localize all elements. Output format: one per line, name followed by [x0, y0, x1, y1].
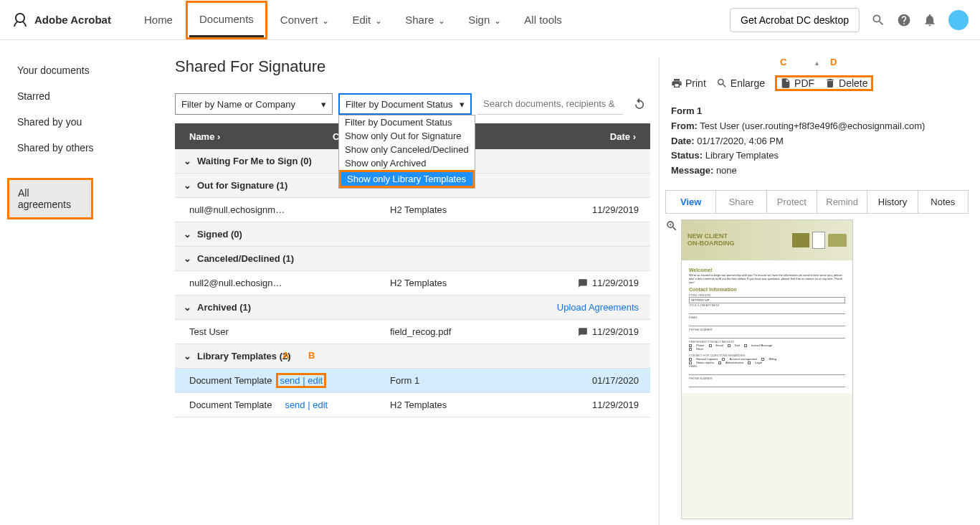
section-archived[interactable]: ⌄Archived (1)Upload Agreements	[175, 295, 650, 320]
sidebar-your-documents[interactable]: Your documents	[0, 57, 158, 83]
edit-link[interactable]: edit	[313, 399, 328, 410]
tab-history[interactable]: History	[867, 191, 918, 213]
sidebar-starred[interactable]: Starred	[0, 83, 158, 109]
chevron-down-icon	[374, 14, 382, 26]
dropdown-opt-out[interactable]: Show only Out for Signature	[339, 129, 475, 143]
zoom-in-icon[interactable]	[665, 219, 678, 235]
section-library[interactable]: ⌄Library Templates (2) A B	[175, 344, 650, 369]
chevron-down-icon: ⌄	[184, 229, 191, 240]
dropdown-opt-default[interactable]: Filter by Document Status	[339, 115, 475, 129]
dropdown-opt-cancelled[interactable]: Show only Canceled/Declined	[339, 143, 475, 156]
comment-icon	[578, 278, 588, 288]
nav-share[interactable]: Share	[395, 1, 455, 39]
chevron-down-icon: ⌄	[184, 253, 191, 264]
detail-panel: ▴ C D Print Enlarge PDF Delete Form 1 Fr…	[659, 57, 974, 525]
detail-actions: Print Enlarge PDF Delete	[660, 68, 974, 98]
annot-c: C	[780, 57, 786, 67]
chevron-down-icon	[493, 14, 501, 26]
status-dropdown: Filter by Document Status Show only Out …	[338, 115, 475, 189]
user-avatar[interactable]	[948, 10, 969, 30]
content: Shared For Signature Filter by Name or C…	[158, 40, 980, 525]
th-name[interactable]: Name ›	[175, 131, 333, 142]
edit-link[interactable]: edit	[308, 375, 323, 386]
page-title: Shared For Signature	[175, 57, 650, 76]
chevron-down-icon: ⌄	[184, 302, 191, 313]
pdf-button[interactable]: PDF	[780, 77, 814, 89]
annot-a: A	[282, 350, 289, 361]
highlight-pdf-delete: PDF Delete	[775, 75, 872, 91]
nav-links: Home Documents Convert Edit Share Sign A…	[134, 1, 730, 39]
sidebar: Your documents Starred Shared by you Sha…	[0, 40, 158, 525]
tab-protect[interactable]: Protect	[767, 191, 817, 213]
chevron-down-icon	[320, 14, 329, 26]
dropdown-opt-archived[interactable]: Show only Archived	[339, 156, 475, 170]
highlight-send-edit: send | edit	[276, 373, 326, 388]
nav-right: Get Acrobat DC desktop	[730, 8, 969, 32]
pdf-icon	[780, 77, 791, 89]
send-link[interactable]: send	[285, 399, 305, 410]
search-icon[interactable]	[871, 13, 885, 27]
search-input[interactable]	[477, 93, 623, 115]
chevron-down-icon: ⌄	[184, 351, 191, 361]
nav-home[interactable]: Home	[134, 1, 183, 39]
section-cancelled[interactable]: ⌄Canceled/Declined (1)	[175, 247, 650, 271]
table-row[interactable]: Test User field_recog.pdf 11/29/2019	[175, 320, 650, 344]
highlight-library-templates-opt: Show only Library Templates	[339, 170, 475, 188]
brand-name: Adobe Acrobat	[34, 14, 111, 26]
sidebar-shared-by-others[interactable]: Shared by others	[0, 135, 158, 161]
chevron-down-icon: ⌄	[184, 180, 191, 191]
detail-title: Form 1	[671, 105, 702, 116]
preview-area: NEW CLIENTON-BOARDING Welcome! We're so …	[660, 214, 974, 525]
nav-edit[interactable]: Edit	[342, 1, 392, 39]
print-icon	[671, 77, 682, 89]
logo-area: Adobe Acrobat	[11, 11, 111, 29]
th-date[interactable]: Date ›	[564, 131, 650, 142]
sidebar-shared-by-you[interactable]: Shared by you	[0, 109, 158, 135]
highlight-documents: Documents	[186, 1, 267, 39]
annot-b: B	[308, 350, 315, 361]
trash-icon	[824, 77, 836, 89]
upload-agreements-link[interactable]: Upload Agreements	[557, 302, 639, 313]
tab-view[interactable]: View	[666, 191, 716, 213]
tab-share[interactable]: Share	[716, 191, 766, 213]
dropdown-opt-library[interactable]: Show only Library Templates	[341, 172, 472, 186]
filter-name-company[interactable]: Filter by Name or Company▾	[175, 93, 333, 115]
nav-alltools[interactable]: All tools	[514, 1, 572, 39]
chevron-down-icon: ⌄	[184, 156, 191, 166]
section-signed[interactable]: ⌄Signed (0)	[175, 222, 650, 247]
comment-icon	[578, 327, 588, 337]
send-link[interactable]: send	[280, 375, 300, 386]
enlarge-button[interactable]: Enlarge	[716, 77, 765, 89]
table-row-selected[interactable]: Document Template send | edit Form 1 01/…	[175, 369, 650, 393]
document-preview[interactable]: NEW CLIENTON-BOARDING Welcome! We're so …	[681, 219, 853, 519]
detail-tabs: View Share Protect Remind History Notes	[665, 190, 969, 214]
tab-remind[interactable]: Remind	[817, 191, 867, 213]
nav-sign[interactable]: Sign	[458, 1, 511, 39]
scroll-up-icon[interactable]: ▴	[660, 57, 974, 68]
print-button[interactable]: Print	[671, 77, 706, 89]
tab-notes[interactable]: Notes	[918, 191, 968, 213]
nav-documents[interactable]: Documents	[189, 7, 264, 37]
acrobat-logo-icon	[11, 11, 29, 29]
detail-meta: Form 1 From: Test User (user.routing+f8f…	[660, 98, 974, 190]
table-row[interactable]: null2@null.echosign… H2 Templates 11/29/…	[175, 271, 650, 295]
table-row[interactable]: null@null.echosignm… H2 Templates 11/29/…	[175, 198, 650, 222]
agreements-list: Shared For Signature Filter by Name or C…	[175, 57, 650, 525]
sidebar-all-agreements[interactable]: All agreements	[9, 180, 91, 217]
annot-d: D	[830, 57, 837, 67]
top-nav: Adobe Acrobat Home Documents Convert Edi…	[0, 0, 980, 40]
filters-row: Filter by Name or Company▾ Filter by Doc…	[175, 93, 650, 115]
table-row[interactable]: Document Template send | edit H2 Templat…	[175, 393, 650, 417]
chevron-down-icon	[437, 14, 445, 26]
highlight-all-agreements: All agreements	[7, 178, 93, 219]
nav-convert[interactable]: Convert	[270, 1, 340, 39]
help-icon[interactable]	[897, 13, 911, 27]
filter-document-status[interactable]: Filter by Document Status▾	[338, 93, 472, 115]
bell-icon[interactable]	[923, 13, 937, 27]
delete-button[interactable]: Delete	[824, 77, 867, 89]
get-desktop-button[interactable]: Get Acrobat DC desktop	[730, 8, 860, 32]
reset-icon[interactable]	[629, 93, 650, 115]
main-wrap: Your documents Starred Shared by you Sha…	[0, 40, 980, 525]
enlarge-icon	[716, 77, 728, 89]
